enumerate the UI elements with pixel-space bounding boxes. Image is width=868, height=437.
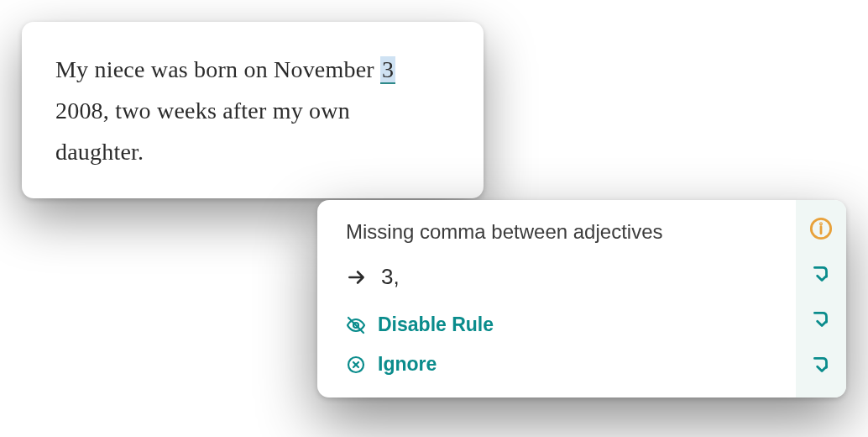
eye-off-icon: [346, 315, 366, 335]
arrow-right-icon: [346, 266, 368, 288]
text-before: My niece was born on November: [55, 56, 380, 82]
popup-sidebar: [796, 200, 846, 398]
svg-point-8: [820, 224, 821, 224]
popup-main: Missing comma between adjectives 3, Disa…: [317, 200, 796, 398]
next-suggestion-icon[interactable]: [809, 262, 833, 286]
next-suggestion-icon[interactable]: [809, 308, 833, 331]
suggestion-popup: Missing comma between adjectives 3, Disa…: [317, 200, 846, 398]
disable-rule-button[interactable]: Disable Rule: [346, 313, 772, 336]
ignore-label: Ignore: [378, 353, 437, 376]
x-circle-icon: [346, 355, 366, 375]
next-suggestion-icon[interactable]: [809, 353, 833, 376]
text-after: 2008, two weeks after my own daughter.: [55, 97, 350, 165]
editor-text[interactable]: My niece was born on November 3 2008, tw…: [55, 49, 443, 172]
suggestion-text: 3,: [381, 264, 400, 290]
disable-rule-label: Disable Rule: [378, 313, 494, 336]
rule-title: Missing comma between adjectives: [346, 220, 772, 244]
info-icon[interactable]: [809, 217, 833, 240]
editor-card: My niece was born on November 3 2008, tw…: [22, 22, 484, 198]
apply-suggestion-button[interactable]: 3,: [346, 264, 772, 290]
highlighted-token[interactable]: 3: [380, 56, 395, 84]
ignore-button[interactable]: Ignore: [346, 353, 772, 376]
